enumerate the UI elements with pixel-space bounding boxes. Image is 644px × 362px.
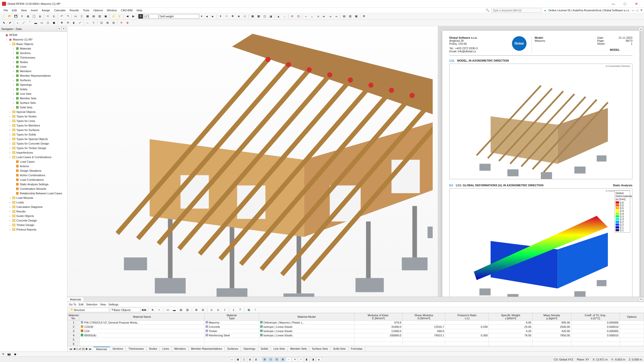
tree-item[interactable]: ›Openings [1,82,67,87]
scale-icon[interactable]: ⤢ [77,20,83,26]
layer2-icon[interactable]: ▥ [347,14,353,19]
sb-ic13[interactable]: ◧ [304,357,309,362]
menu-edit[interactable]: Edit [10,8,19,12]
tree-item[interactable]: ›Nodes [1,60,67,64]
menu-file[interactable]: File [2,8,10,12]
menu-help[interactable]: Help [135,8,144,12]
next-page-icon[interactable]: ▶ [86,347,88,350]
tree-item[interactable]: ›Lines [1,64,67,69]
tree-item[interactable]: ›Types for Special Objects [1,137,67,141]
line-icon[interactable]: ／ [21,20,26,26]
mp-selection[interactable]: Selection [86,303,97,306]
menu-view[interactable]: View [19,8,29,12]
record-icon[interactable]: ⏺ [14,353,17,356]
calc-icon[interactable]: ⚡ [111,14,116,19]
keyword-search[interactable] [491,8,542,13]
tree-item[interactable]: Action Combinations [1,173,67,177]
bottom-tab[interactable]: Solid Sets [331,347,348,351]
lc-nav2-icon[interactable]: ► [210,14,216,19]
prev-page-icon[interactable]: ◀ [73,347,75,350]
lc-next-icon[interactable]: ▶ [131,14,136,19]
tree-item[interactable]: ›Solid Sets [1,105,67,110]
tool-import-icon[interactable]: ⤒ [237,307,243,313]
cloud-icon[interactable]: ☁ [544,9,546,12]
tree-item[interactable]: ›Member Sets [1,96,67,101]
view5-icon[interactable]: ▥ [97,14,102,19]
mp-settings[interactable]: Settings [108,303,118,306]
tree-item[interactable]: ›Materials [1,46,67,51]
menu-cadbim[interactable]: CAD-BIM [119,8,134,12]
view6-icon[interactable]: ▣ [103,14,108,19]
printout-icon[interactable]: 📋 [31,14,37,19]
menu-results[interactable]: Results [68,8,81,12]
snap1-icon[interactable]: ⊡ [99,20,104,26]
bc-prev-icon[interactable]: ◀ [141,308,143,311]
tool-t3-icon[interactable]: ▤ [178,307,184,313]
close-button[interactable]: ✕ [631,1,642,7]
table-row[interactable]: 4 B500S(A) Reinforcing Steel Isotropic |… [68,333,644,338]
tree-item[interactable]: Relationship Between Load Cases [1,191,67,196]
tool-c-icon[interactable]: ❖ [230,14,235,19]
sb-ic11[interactable]: ⟲ [292,357,297,362]
breadcrumb-2[interactable]: ✎ Basic Objects [110,308,140,312]
layer3-icon[interactable]: ▦ [353,14,359,19]
sb-ic14[interactable]: ◨ [310,357,315,362]
tree-item[interactable]: ›Concrete Design [1,218,67,223]
bottom-tab[interactable]: Thicknesses [126,347,146,351]
minimize-button[interactable]: — [608,1,619,7]
rotate-icon[interactable]: ⟲ [65,20,70,26]
tree-item[interactable]: ›Types for Nodes [1,114,67,119]
bottom-tab[interactable]: Surfaces [225,347,241,351]
tree-item[interactable]: ›Calculation Diagrams [1,205,67,209]
bottom-tab[interactable]: Sections [110,347,126,351]
bottom-tab[interactable]: Formulas [348,347,365,351]
bottom-tab[interactable]: Materials [94,347,110,351]
tool-t2-icon[interactable]: ▬ [172,307,177,313]
save-all-icon[interactable]: ⬇ [19,14,25,19]
tree-item[interactable]: ›Line Sets [1,92,67,96]
lc-prev-icon[interactable]: ◀ [125,14,130,19]
tool-add-icon[interactable]: ＋ [156,307,162,313]
tool-cursor-icon[interactable]: ⬉ [150,307,155,313]
dim-icon[interactable]: ↔ [85,20,90,26]
bottom-tab[interactable]: Nodes [147,347,160,351]
ptr-icon[interactable]: ⬉ [1,20,7,26]
bottom-tab[interactable]: Surface Sets [309,347,331,351]
bottom-tab[interactable]: Member Sets [288,347,309,351]
tree-item[interactable]: ›Solids [1,87,67,92]
redo-icon[interactable]: ↷ [65,14,70,19]
sb-ic12[interactable]: ⤢ [298,357,303,362]
menu-insert[interactable]: Insert [29,8,40,12]
sb-ic4[interactable]: ▤ [248,357,253,362]
no-entry-icon[interactable]: ⊘ [290,14,295,19]
solid-icon[interactable]: ◼ [51,20,57,26]
mirror-icon[interactable]: ⧗ [71,20,76,26]
menu-options[interactable]: Options [91,8,105,12]
tool-export-icon[interactable]: ⤓ [231,307,236,313]
undo-icon[interactable]: ↶ [59,14,64,19]
grid-icon[interactable]: ▩ [256,14,261,19]
sb-ic7[interactable]: ⊡ [268,357,273,362]
tool-t4-icon[interactable]: ▥ [185,307,190,313]
tree-item[interactable]: ›Load Wizards [1,196,67,200]
calc-all-icon[interactable]: ⚡ [117,14,122,19]
sb-ic2[interactable]: ▦ [235,357,240,362]
bottom-tab[interactable]: Lines [160,347,172,351]
surface-icon[interactable]: ▭ [39,20,45,26]
align4-icon[interactable]: ⫢ [321,14,327,19]
breadcrumb-1[interactable]: 📁 Structure [69,308,109,312]
maximize-button[interactable]: □ [619,1,630,7]
tool-a-icon[interactable]: ✦ [218,14,223,19]
tree-item[interactable]: ›Types for Timber Design [1,146,67,150]
print-icon[interactable]: 🖶 [25,14,31,19]
align3-icon[interactable]: ⫡ [315,14,321,19]
tree-item[interactable]: ›Types for Lines [1,119,67,123]
table-row[interactable]: 2 C25/30 Concrete Isotropic | Linear Ela… [68,325,644,329]
tree-item[interactable]: ›Results [1,209,67,214]
tool-t1-icon[interactable]: ▭ [165,307,171,313]
view1-icon[interactable]: ▭ [73,14,78,19]
tree-item[interactable]: ›Printout Reports [1,227,67,232]
lc-nav1-icon[interactable]: ◄ [204,14,210,19]
menu-calculate[interactable]: Calculate [52,8,68,12]
tree-item[interactable]: ›Surfaces [1,78,67,82]
